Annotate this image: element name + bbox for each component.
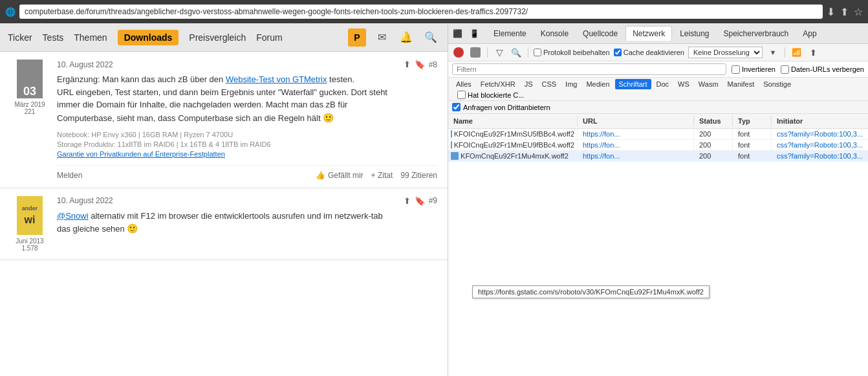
sig-line1: Notebook: HP Envy x360 | 16GB RAM | Ryze…	[57, 131, 233, 138]
daten-urls-checkbox[interactable]	[781, 65, 789, 74]
wifi-icon[interactable]: 📶	[790, 46, 803, 59]
tab-elemente[interactable]: Elemente	[487, 27, 533, 41]
type-sonstige[interactable]: Sonstige	[759, 79, 795, 89]
type-manifest[interactable]: Manifest	[724, 79, 759, 89]
type-css[interactable]: CSS	[537, 79, 560, 89]
type-js[interactable]: JS	[521, 79, 537, 89]
post-content-2: 10. August 2022 ⬆ 🔖 #9 @Snowi alternativ…	[57, 196, 437, 252]
post-icons-1: ⬆ 🔖 #8	[404, 60, 437, 69]
invertieren-checkbox[interactable]	[732, 65, 740, 74]
devtools-tab-bar: ⬛ 📱 Elemente Konsole Quellcode Netzwerk …	[448, 23, 868, 44]
table-row-1[interactable]: KFOICnqEu92Fr1MmSU5fBBc4.woff2 https://f…	[448, 129, 868, 140]
user-date-1: März 2019	[14, 101, 45, 108]
type-img[interactable]: Img	[561, 79, 581, 89]
bookmark-post-icon-2[interactable]: 🔖	[415, 196, 425, 206]
nav-themen[interactable]: Themen	[74, 32, 107, 43]
third-party-text: Anfragen von Drittanbietern	[463, 104, 550, 111]
nav-downloads[interactable]: Downloads	[118, 30, 179, 45]
chevron-down-icon[interactable]: ▼	[766, 46, 779, 59]
avatar-2: ander wi	[17, 196, 43, 235]
devtools-cursor-icon[interactable]: ⬛	[451, 27, 464, 40]
table-row-3[interactable]: KFOmCnqEu92Fr1Mu4mxK.woff2 https://fon..…	[448, 151, 868, 162]
tab-netzwerk[interactable]: Netzwerk	[625, 26, 672, 41]
bookmark-post-icon[interactable]: 🔖	[415, 60, 425, 69]
devtools-tab-icons: ⬛ 📱	[451, 27, 481, 40]
share-icon[interactable]: ⬆	[840, 6, 849, 18]
type-wasm[interactable]: Wasm	[695, 79, 722, 89]
share-post-icon[interactable]: ⬆	[404, 60, 411, 69]
tab-app[interactable]: App	[796, 27, 823, 41]
row-status-2: 200	[694, 140, 733, 150]
tab-konsole[interactable]: Konsole	[534, 27, 575, 41]
notification-icon[interactable]: 🔔	[397, 28, 415, 47]
protokoll-checkbox[interactable]	[534, 49, 541, 56]
sig-link[interactable]: Garantie von Privatkunden auf Enterprise…	[57, 150, 225, 158]
woff-icon-2	[451, 141, 452, 149]
third-party-bar: Anfragen von Drittanbietern	[448, 101, 868, 114]
bookmark-icon[interactable]: ☆	[854, 6, 863, 18]
post-left-2: ander wi Juni 2013 1.578	[10, 196, 49, 252]
search-icon[interactable]: 🔍	[422, 28, 440, 47]
avatar-1: 03	[17, 60, 43, 98]
invertieren-label[interactable]: Invertieren	[732, 65, 776, 74]
tab-speicherverbrauch[interactable]: Speicherverbrauch	[717, 27, 796, 41]
third-party-label[interactable]: Anfragen von Drittanbietern	[452, 103, 550, 111]
blocked-checkbox[interactable]	[457, 91, 466, 99]
row-status-1: 200	[694, 129, 733, 139]
cache-label: Cache deaktivieren	[624, 49, 684, 56]
melden-button-1[interactable]: Melden	[57, 171, 82, 180]
woff-icon-1	[451, 130, 452, 138]
cache-checkbox-label[interactable]: Cache deaktivieren	[614, 49, 684, 56]
type-doc[interactable]: Doc	[653, 79, 673, 89]
url-tooltip: https://fonts.gstatic.com/s/roboto/v30/K…	[472, 285, 710, 298]
mail-icon[interactable]: ✉	[373, 28, 391, 47]
nav-tests[interactable]: Tests	[43, 32, 64, 43]
share-post-icon-2[interactable]: ⬆	[404, 196, 411, 206]
p-badge-button[interactable]: P	[348, 28, 366, 47]
blocked-checkbox-label[interactable]: Hat blockierte C...	[457, 91, 524, 99]
protokoll-checkbox-label[interactable]: Protokoll beibehalten	[534, 49, 610, 56]
table-row-2[interactable]: KFOICnqEu92Fr1MmEU9fBBc4.woff2 https://f…	[448, 140, 868, 151]
filter-toggle-button[interactable]: ▽	[493, 46, 506, 59]
blocked-text: Hat blockierte C...	[468, 91, 524, 99]
third-party-checkbox[interactable]	[452, 103, 461, 111]
nav-preisvergleich[interactable]: Preisvergleich	[189, 32, 246, 43]
gefaellt-button-1[interactable]: 👍 Gefällt mir	[316, 171, 363, 180]
post-card-1: 03 März 2019 221 10. August 2022 ⬆ 🔖	[0, 52, 448, 188]
gtmetrix-link[interactable]: Website-Test von GTMetrix	[226, 74, 327, 84]
tab-leistung[interactable]: Leistung	[673, 27, 715, 41]
stop-button[interactable]	[469, 46, 482, 59]
type-fetch-xhr[interactable]: Fetch/XHR	[477, 79, 519, 89]
zitieren-button-1[interactable]: 99 Zitieren	[400, 171, 437, 180]
type-medien[interactable]: Medien	[582, 79, 613, 89]
row-name-2: KFOICnqEu92Fr1MmEU9fBBc4.woff2	[448, 140, 578, 150]
nav-ticker[interactable]: Ticker	[8, 32, 32, 43]
upload-button[interactable]: ⬆	[807, 46, 820, 59]
zitat-button-1[interactable]: + Zitat	[371, 171, 393, 180]
drosselung-select[interactable]: Keine Drosselung	[688, 47, 763, 58]
browser-url-bar[interactable]: computerbase.de/forum/threads/angebliche…	[19, 5, 823, 19]
snowi-link[interactable]: @Snowi	[57, 211, 89, 221]
daten-urls-label[interactable]: Daten-URLs verbergen	[781, 65, 864, 74]
post-icons-2: ⬆ 🔖 #9	[404, 196, 437, 206]
type-schriftart[interactable]: Schriftart	[615, 79, 651, 89]
download-icon[interactable]: ⬇	[827, 6, 835, 18]
filter-bar: Invertieren Daten-URLs verbergen	[448, 61, 868, 78]
post-text-1: Ergänzung: Man kann das auch zB über den…	[57, 73, 437, 125]
tab-quellcode[interactable]: Quellcode	[576, 27, 624, 41]
nav-forum[interactable]: Forum	[256, 32, 282, 43]
devtools-device-icon[interactable]: 📱	[468, 27, 481, 40]
cache-checkbox[interactable]	[614, 49, 622, 56]
record-button[interactable]	[452, 46, 465, 59]
type-filter-bar: Alles Fetch/XHR JS CSS Img Medien Schrif…	[448, 78, 868, 101]
type-alles[interactable]: Alles	[452, 79, 475, 89]
type-ws[interactable]: WS	[674, 79, 693, 89]
search-button[interactable]: 🔍	[510, 46, 523, 59]
post-content-1: 10. August 2022 ⬆ 🔖 #8 Ergänzung: Man ka…	[57, 60, 437, 180]
filter-input[interactable]	[452, 63, 726, 75]
post-date-2: 10. August 2022	[57, 196, 113, 205]
row-type-1: font	[733, 129, 772, 139]
post-sig-1: Notebook: HP Envy x360 | 16GB RAM | Ryze…	[57, 130, 437, 160]
browser-favicon: 🌐	[5, 7, 16, 17]
post-actions-1: Melden 👍 Gefällt mir + Zitat 99 Zitieren	[57, 165, 437, 180]
